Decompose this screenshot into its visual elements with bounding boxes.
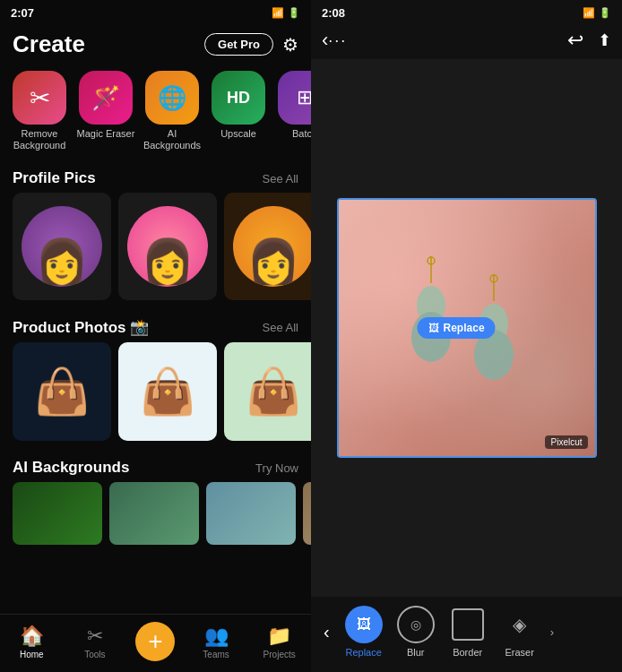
- ai-backgrounds-title: AI Backgrounds: [13, 459, 129, 477]
- ai-bg-3[interactable]: [206, 482, 296, 545]
- ai-bg-2[interactable]: [109, 482, 199, 545]
- tools-row: ✂ RemoveBackground 🪄 Magic Eraser 🌐 AIBa…: [0, 67, 311, 160]
- canvas-frame: 🖼 Replace Pixelcut: [337, 198, 597, 458]
- profile-pic-3[interactable]: 👩: [224, 193, 311, 300]
- header-actions: Get Pro ⚙: [204, 33, 298, 56]
- product-photo-2[interactable]: 👜: [118, 342, 217, 441]
- ai-bg-1[interactable]: [13, 482, 102, 545]
- teams-label: Teams: [203, 650, 229, 659]
- ai-backgrounds-label: AIBackgrounds: [143, 128, 201, 151]
- profile-pic-2[interactable]: 👩: [118, 193, 217, 300]
- page-title: Create: [13, 30, 85, 58]
- ai-backgrounds-header: AI Backgrounds Try Now: [0, 450, 311, 482]
- ai-backgrounds-try-now[interactable]: Try Now: [255, 461, 298, 475]
- pixelcut-label: Pixelcut: [550, 437, 582, 447]
- profile-circle-2: 👩: [127, 206, 208, 287]
- ai-bg-4[interactable]: [303, 482, 311, 545]
- magic-eraser-label: Magic Eraser: [77, 128, 135, 140]
- add-button[interactable]: +: [135, 622, 175, 661]
- upscale-label: Upscale: [220, 128, 256, 140]
- eraser-tool-icon: ◈: [501, 606, 539, 643]
- replace-icon: 🖼: [428, 322, 439, 334]
- blur-icon-symbol: ◎: [410, 617, 421, 632]
- toolbar-blur[interactable]: ◎ Blur: [391, 606, 441, 658]
- left-scroll-area: Profile Pics See All 👩 👩 👩 Produc: [0, 160, 311, 614]
- border-tool-icon: [449, 606, 487, 643]
- nav-tools[interactable]: ✂ Tools: [73, 625, 117, 659]
- product-photos-title: Product Photos 📸: [13, 318, 149, 337]
- right-header-actions: ↩ ⬆: [567, 29, 611, 52]
- blur-tool-label: Blur: [407, 647, 425, 658]
- get-pro-button[interactable]: Get Pro: [204, 33, 273, 56]
- left-header: Create Get Pro ⚙: [0, 25, 311, 67]
- bag-emoji-2: 👜: [140, 366, 195, 418]
- replace-tool-icon: 🖼: [345, 606, 383, 643]
- replace-label: Replace: [444, 322, 485, 334]
- toolbar-border[interactable]: Border: [443, 606, 493, 658]
- person-emoji-3: 👩: [246, 237, 300, 287]
- profile-pics-grid: 👩 👩 👩: [0, 193, 311, 309]
- nav-projects[interactable]: 📁 Projects: [257, 625, 302, 659]
- tool-remove-background[interactable]: ✂ RemoveBackground: [9, 71, 70, 151]
- magic-eraser-icon: 🪄: [79, 71, 133, 125]
- person-emoji-1: 👩: [35, 237, 89, 287]
- profile-circle-1: 👩: [22, 206, 102, 287]
- bag-emoji-1: 👜: [34, 366, 90, 418]
- upscale-icon: HD: [212, 71, 265, 125]
- toolbar-replace[interactable]: 🖼 Replace: [339, 606, 389, 658]
- right-status-bar: 2:08 📶 🔋: [311, 0, 622, 25]
- ai-backgrounds-icon: 🌐: [145, 71, 199, 125]
- border-tool-label: Border: [453, 647, 482, 658]
- left-time: 2:07: [11, 6, 34, 20]
- signal-icon: 📶: [272, 7, 284, 19]
- product-photo-1[interactable]: 👜: [13, 342, 111, 441]
- settings-icon[interactable]: ⚙: [282, 34, 298, 56]
- product-photos-see-all[interactable]: See All: [263, 321, 298, 334]
- bottom-nav: 🏠 Home ✂ Tools + 👥 Teams 📁 Projects: [0, 614, 311, 672]
- remove-bg-label: RemoveBackground: [13, 128, 66, 151]
- left-status-icons: 📶 🔋: [272, 7, 300, 19]
- home-label: Home: [20, 650, 44, 659]
- tools-icon: ✂: [87, 625, 103, 648]
- replace-tool-label: Replace: [345, 647, 381, 658]
- profile-circle-3: 👩: [233, 206, 311, 287]
- profile-pics-header: Profile Pics See All: [0, 160, 311, 193]
- eraser-tool-label: Eraser: [505, 647, 533, 658]
- left-status-bar: 2:07 📶 🔋: [0, 0, 311, 25]
- left-panel: 2:07 📶 🔋 Create Get Pro ⚙ ✂ RemoveBackgr…: [0, 0, 311, 672]
- more-options-button[interactable]: ···: [328, 31, 347, 50]
- teams-icon: 👥: [204, 625, 229, 648]
- batch-icon: ⊞: [278, 71, 311, 125]
- share-button[interactable]: ⬆: [598, 30, 611, 50]
- projects-label: Projects: [263, 650, 296, 659]
- replace-badge[interactable]: 🖼 Replace: [418, 317, 496, 339]
- undo-button[interactable]: ↩: [567, 29, 583, 52]
- right-header: ‹ ··· ↩ ⬆: [311, 25, 622, 59]
- right-status-icons: 📶 🔋: [583, 7, 611, 19]
- product-photos-header: Product Photos 📸 See All: [0, 309, 311, 342]
- tool-upscale[interactable]: HD Upscale: [208, 71, 269, 151]
- pixelcut-badge: Pixelcut: [545, 435, 587, 449]
- profile-pic-1[interactable]: 👩: [13, 193, 111, 300]
- tool-batch[interactable]: ⊞ Batch: [274, 71, 311, 151]
- nav-teams[interactable]: 👥 Teams: [194, 625, 238, 659]
- tool-ai-backgrounds[interactable]: 🌐 AIBackgrounds: [142, 71, 203, 151]
- product-photo-3[interactable]: 👜: [224, 342, 311, 441]
- remove-bg-icon: ✂: [13, 71, 66, 125]
- right-panel: 2:08 📶 🔋 ‹ ··· ↩ ⬆: [311, 0, 622, 672]
- right-time: 2:08: [322, 6, 345, 20]
- canvas-area: 🖼 Replace Pixelcut: [311, 59, 622, 597]
- toolbar-back-button[interactable]: ‹: [316, 622, 337, 642]
- tools-label: Tools: [84, 650, 105, 659]
- right-battery-icon: 🔋: [599, 7, 611, 19]
- home-icon: 🏠: [20, 625, 44, 648]
- toolbar-eraser[interactable]: ◈ Eraser: [495, 606, 545, 658]
- tool-magic-eraser[interactable]: 🪄 Magic Eraser: [75, 71, 136, 151]
- profile-pics-see-all[interactable]: See All: [263, 172, 298, 185]
- person-emoji-2: 👩: [141, 237, 194, 287]
- bag-emoji-3: 👜: [246, 366, 301, 418]
- projects-icon: 📁: [267, 625, 291, 648]
- nav-home[interactable]: 🏠 Home: [9, 625, 54, 659]
- right-back-button[interactable]: ‹: [322, 29, 328, 52]
- replace-icon-symbol: 🖼: [357, 616, 371, 633]
